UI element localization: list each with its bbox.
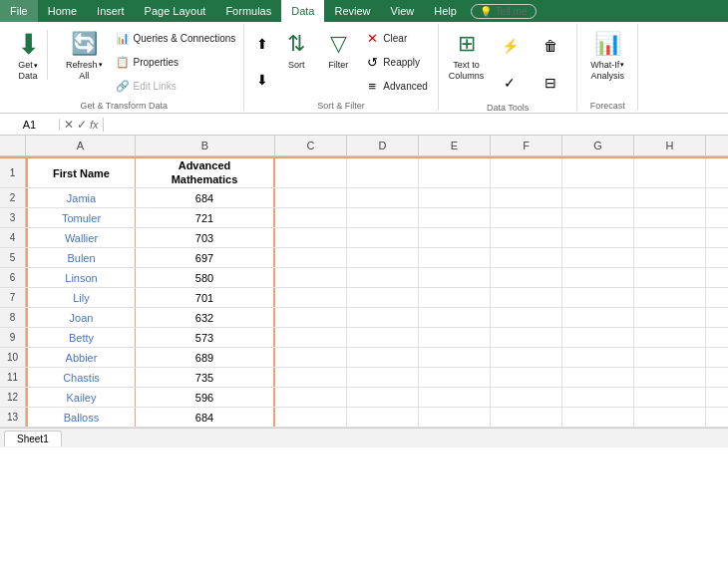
cell-d[interactable] [347,328,419,347]
cell-d[interactable] [347,408,419,427]
edit-links-button[interactable]: 🔗 Edit Links [111,77,240,95]
cell-e[interactable] [419,188,491,207]
cell-f[interactable] [491,348,562,367]
confirm-formula-icon[interactable]: ✓ [77,118,87,132]
sheet-tab-1[interactable]: Sheet1 [4,431,62,446]
cell-d[interactable] [347,228,419,247]
cell-h[interactable] [634,188,706,207]
cell-score[interactable]: 596 [136,388,275,407]
cell-1e[interactable] [419,158,491,187]
cell-e[interactable] [419,248,491,267]
cell-f[interactable] [491,228,562,247]
cell-g[interactable] [562,268,634,287]
get-data-button[interactable]: ⬇ Get ▾ Data [8,26,60,84]
cell-f[interactable] [491,208,562,227]
cell-f[interactable] [491,188,562,207]
cell-g[interactable] [562,188,634,207]
cell-h[interactable] [634,208,706,227]
cell-h[interactable] [634,348,706,367]
cell-f[interactable] [491,388,562,407]
cell-e[interactable] [419,388,491,407]
col-header-h[interactable]: H [634,136,706,155]
cell-c[interactable] [275,388,347,407]
cell-d[interactable] [347,288,419,307]
cell-g[interactable] [562,228,634,247]
cell-e[interactable] [419,268,491,287]
cell-score[interactable]: 632 [136,308,275,327]
cell-name[interactable]: Lily [26,288,136,307]
cell-g[interactable] [562,328,634,347]
header-advanced-math[interactable]: Advanced Mathematics [136,158,275,187]
cell-f[interactable] [491,248,562,267]
col-header-e[interactable]: E [419,136,491,155]
properties-button[interactable]: 📋 Properties [111,53,240,71]
cell-d[interactable] [347,268,419,287]
sort-az-button[interactable]: ⬆ [250,35,274,53]
flash-fill-button[interactable]: ⚡ [490,28,530,64]
cell-g[interactable] [562,348,634,367]
menu-review[interactable]: Review [324,0,380,22]
cell-1c[interactable] [275,158,347,187]
cell-g[interactable] [562,408,634,427]
cell-score[interactable]: 701 [136,288,275,307]
what-if-button[interactable]: 📊 What-If ▾ Analysis [583,26,631,84]
cell-1g[interactable] [562,158,634,187]
cell-d[interactable] [347,308,419,327]
tell-me-box[interactable]: 💡 Tell me [471,4,537,19]
cell-d[interactable] [347,188,419,207]
header-first-name[interactable]: First Name [26,158,136,187]
cell-f[interactable] [491,368,562,387]
reapply-button[interactable]: ↺ Reapply [360,53,431,71]
col-header-f[interactable]: F [491,136,562,155]
cell-c[interactable] [275,248,347,267]
cell-score[interactable]: 684 [136,408,275,427]
menu-formulas[interactable]: Formulas [215,0,281,22]
col-header-g[interactable]: G [562,136,634,155]
cell-g[interactable] [562,388,634,407]
cell-c[interactable] [275,308,347,327]
cell-name[interactable]: Betty [26,328,136,347]
cell-score[interactable]: 573 [136,328,275,347]
cell-1h[interactable] [634,158,706,187]
cell-name[interactable]: Joan [26,308,136,327]
cell-score[interactable]: 689 [136,348,275,367]
cell-e[interactable] [419,228,491,247]
cell-d[interactable] [347,388,419,407]
cell-d[interactable] [347,208,419,227]
menu-home[interactable]: Home [38,0,87,22]
menu-view[interactable]: View [381,0,425,22]
cell-g[interactable] [562,248,634,267]
sort-za-button[interactable]: ⬇ [250,71,274,89]
cell-name[interactable]: Bulen [26,248,136,267]
cell-name[interactable]: Jamia [26,188,136,207]
cell-g[interactable] [562,368,634,387]
cell-h[interactable] [634,408,706,427]
data-validation-button[interactable]: ✓ [490,65,530,101]
clear-button[interactable]: ✕ Clear [360,29,431,47]
cell-h[interactable] [634,388,706,407]
cell-score[interactable]: 735 [136,368,275,387]
cell-name[interactable]: Tomuler [26,208,136,227]
cell-score[interactable]: 721 [136,208,275,227]
cell-d[interactable] [347,348,419,367]
cell-1f[interactable] [491,158,562,187]
cell-h[interactable] [634,328,706,347]
menu-help[interactable]: Help [424,0,467,22]
cell-e[interactable] [419,408,491,427]
cell-name[interactable]: Abbier [26,348,136,367]
cell-c[interactable] [275,408,347,427]
cell-f[interactable] [491,408,562,427]
cell-h[interactable] [634,228,706,247]
cell-name[interactable]: Balloss [26,408,136,427]
menu-file[interactable]: File [0,0,38,22]
cell-name[interactable]: Linson [26,268,136,287]
cell-c[interactable] [275,368,347,387]
cell-c[interactable] [275,268,347,287]
sort-button[interactable]: ⇅ Sort [276,26,316,73]
cell-e[interactable] [419,348,491,367]
cell-1d[interactable] [347,158,419,187]
cell-f[interactable] [491,268,562,287]
menu-data[interactable]: Data [281,0,324,22]
cell-g[interactable] [562,288,634,307]
advanced-button[interactable]: ≡ Advanced [360,77,431,95]
